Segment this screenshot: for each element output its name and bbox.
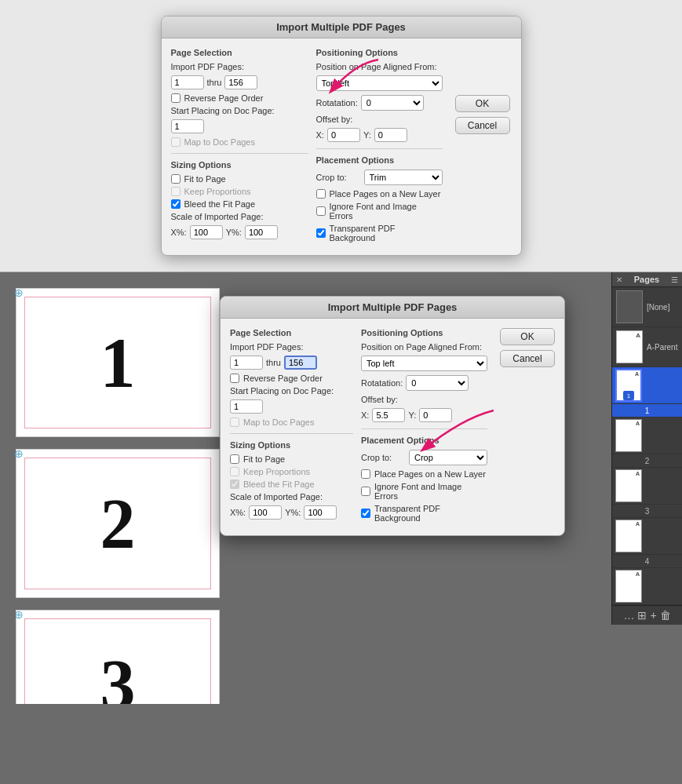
top-y-label: Y: bbox=[363, 130, 371, 140]
bottom-map-checkbox[interactable] bbox=[230, 418, 239, 427]
bottom-bleed-checkbox[interactable] bbox=[230, 480, 239, 489]
bottom-y-input[interactable] bbox=[419, 408, 452, 422]
top-page-range-row: thru bbox=[171, 75, 308, 89]
pages-page1-row[interactable]: A 1 bbox=[612, 367, 682, 404]
top-ypct-input[interactable] bbox=[245, 225, 278, 239]
pages-page5-row[interactable]: A bbox=[612, 568, 682, 605]
bottom-cancel-button[interactable]: Cancel bbox=[500, 350, 555, 367]
bottom-to-input[interactable] bbox=[284, 356, 317, 370]
top-arrow-svg bbox=[323, 56, 386, 103]
top-dialog-wrapper: Import Multiple PDF Pages Page Selection… bbox=[0, 0, 682, 272]
bottom-pos-select-row: Top left bbox=[361, 356, 487, 371]
top-dialog-body: Page Selection Import PDF Pages: thru Re… bbox=[162, 38, 521, 255]
top-transparent-checkbox[interactable] bbox=[316, 228, 326, 238]
bottom-pos-select[interactable]: Top left bbox=[361, 356, 487, 371]
top-ignore-checkbox[interactable] bbox=[316, 206, 326, 216]
pages-page4-row[interactable]: A bbox=[612, 518, 682, 555]
page3-thumb: A bbox=[615, 469, 642, 502]
bottom-rotation-row: Rotatation: 0 bbox=[361, 375, 487, 391]
pages-dots-btn[interactable]: … bbox=[623, 609, 634, 622]
bottom-import-label: Import PDF Pages: bbox=[230, 342, 304, 352]
bottom-pos-aligned-label-row: Position on Page Aligned From: bbox=[361, 342, 487, 352]
pages-page2-row[interactable]: A bbox=[612, 418, 682, 454]
top-x-input[interactable] bbox=[327, 128, 360, 142]
bottom-crop-select[interactable]: Crop bbox=[409, 450, 487, 465]
top-ignore-row: Ignore Font and Image Errors bbox=[316, 202, 443, 221]
top-fit-label: Fit to Page bbox=[184, 174, 226, 184]
canvas-page-2: ⊕ 2 bbox=[16, 449, 220, 598]
bottom-ok-button[interactable]: OK bbox=[500, 328, 555, 345]
top-transparent-row: Transparent PDF Background bbox=[316, 224, 443, 242]
page4-num-label: 4 bbox=[645, 557, 650, 566]
bottom-ypct-input[interactable] bbox=[304, 505, 337, 520]
bottom-x-input[interactable] bbox=[372, 408, 405, 422]
top-y-input[interactable] bbox=[374, 128, 407, 142]
bottom-reverse-label: Reverse Page Order bbox=[243, 374, 323, 383]
page1-thumb: A 1 bbox=[615, 369, 642, 402]
top-ok-button[interactable]: OK bbox=[455, 95, 510, 112]
bottom-rotation-select[interactable]: 0 bbox=[406, 375, 469, 391]
bottom-crop-row: Crop to: Crop bbox=[361, 450, 487, 465]
page1-num-badge: 1 bbox=[623, 391, 634, 400]
pages-new-page-btn[interactable]: + bbox=[650, 609, 656, 622]
panel-menu-icon[interactable]: ☰ bbox=[671, 275, 678, 284]
pages-delete-btn[interactable]: 🗑 bbox=[660, 609, 671, 622]
bottom-place-layer-checkbox[interactable] bbox=[361, 469, 370, 479]
top-fit-checkbox[interactable] bbox=[171, 174, 181, 184]
top-crop-select[interactable]: Trim bbox=[364, 170, 443, 185]
bottom-xpct-input[interactable] bbox=[249, 505, 282, 520]
bottom-fit-checkbox[interactable] bbox=[230, 454, 239, 464]
bottom-from-input[interactable] bbox=[230, 356, 263, 370]
bottom-crop-label: Crop to: bbox=[361, 453, 404, 462]
bottom-place-layer-row: Place Pages on a New Layer bbox=[361, 469, 487, 479]
top-place-layer-checkbox[interactable] bbox=[316, 189, 326, 199]
bottom-offset-row: X: Y: bbox=[361, 408, 487, 422]
page3-card-inner: 3 bbox=[16, 610, 220, 704]
top-bleed-checkbox[interactable] bbox=[171, 199, 181, 209]
top-start-input[interactable] bbox=[171, 119, 204, 133]
bottom-fit-row: Fit to Page bbox=[230, 454, 353, 464]
bottom-bleed-row: Bleed the Fit Page bbox=[230, 480, 353, 489]
bottom-page-range-row: thru bbox=[230, 356, 353, 370]
top-reverse-label: Reverse Page Order bbox=[184, 93, 264, 103]
canvas-page-1: ⊕ 1 bbox=[16, 288, 220, 437]
top-keep-row: Keep Proportions bbox=[171, 187, 308, 196]
bottom-section: ⊕ 1 ⊕ 2 ⊕ 3 Import Multiple PD bbox=[0, 272, 682, 743]
bottom-scale-label: Scale of Imported Page: bbox=[230, 492, 323, 501]
close-icon[interactable]: ✕ bbox=[616, 275, 622, 284]
top-from-input[interactable] bbox=[171, 75, 204, 89]
page1-num-label-row: 1 bbox=[612, 404, 682, 418]
page1-card-inner: 1 bbox=[16, 288, 220, 437]
pages-new-master-btn[interactable]: ⊞ bbox=[637, 609, 647, 622]
top-ignore-label: Ignore Font and Image Errors bbox=[330, 202, 443, 221]
pages-page3-row[interactable]: A bbox=[612, 468, 682, 505]
bottom-keep-checkbox[interactable] bbox=[230, 467, 239, 476]
bottom-keep-label: Keep Proportions bbox=[243, 467, 310, 476]
page2-num-label-row: 2 bbox=[612, 454, 682, 468]
top-xpct-input[interactable] bbox=[190, 225, 223, 239]
page2-card-inner: 2 bbox=[16, 449, 220, 598]
page4-a-badge: A bbox=[636, 521, 640, 527]
top-fit-row: Fit to Page bbox=[171, 174, 308, 184]
top-thru-label: thru bbox=[207, 78, 222, 87]
page1-link-icon: ⊕ bbox=[14, 286, 24, 299]
top-sizing-label: Sizing Options bbox=[171, 160, 308, 170]
canvas-page-3: ⊕ 3 bbox=[16, 610, 220, 704]
bottom-transparent-checkbox[interactable] bbox=[361, 509, 370, 518]
bottom-ignore-checkbox[interactable] bbox=[361, 487, 370, 496]
top-cancel-button[interactable]: Cancel bbox=[455, 117, 510, 134]
top-map-checkbox[interactable] bbox=[171, 137, 181, 147]
bottom-transparent-row: Transparent PDF Background bbox=[361, 504, 487, 523]
top-scale-label-row: Scale of Imported Page: bbox=[171, 212, 308, 221]
bottom-dialog-title: Import Multiple PDF Pages bbox=[221, 297, 564, 319]
top-to-input[interactable] bbox=[224, 75, 257, 89]
bottom-reverse-checkbox[interactable] bbox=[230, 374, 239, 383]
pages-none-row: [None] bbox=[612, 287, 682, 327]
top-keep-checkbox[interactable] bbox=[171, 187, 181, 196]
top-reverse-checkbox[interactable] bbox=[171, 93, 181, 103]
page2-link-icon: ⊕ bbox=[14, 447, 24, 460]
top-placement-label: Placement Options bbox=[316, 155, 443, 165]
top-import-label: Import PDF Pages: bbox=[171, 62, 245, 71]
none-thumb bbox=[616, 290, 643, 323]
bottom-start-input[interactable] bbox=[230, 399, 263, 414]
